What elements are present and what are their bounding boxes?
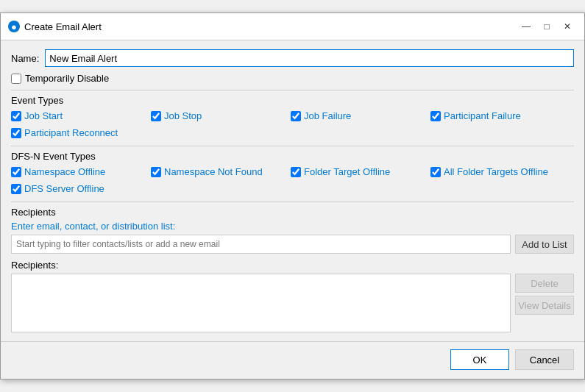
email-input[interactable] — [11, 235, 511, 254]
minimize-button[interactable]: — — [517, 19, 536, 34]
participant-reconnect-checkbox[interactable] — [11, 128, 21, 138]
job-failure-label: Job Failure — [304, 110, 351, 121]
dfs-event-types-grid: Namespace Offline Namespace Not Found Fo… — [11, 166, 574, 197]
namespace-offline-checkbox[interactable] — [11, 167, 21, 177]
event-participant-failure: Participant Failure — [430, 110, 570, 121]
create-email-alert-dialog: ● Create Email Alert — □ ✕ Name: Tempora… — [0, 13, 585, 379]
recipients-area-row: Delete View Details — [11, 274, 574, 332]
add-to-list-button[interactable]: Add to List — [515, 235, 574, 254]
recipients-list-label: Recipients: — [11, 260, 574, 271]
job-start-checkbox[interactable] — [11, 111, 21, 121]
name-input[interactable] — [45, 49, 574, 67]
dfs-all-folder-targets-offline: All Folder Targets Offline — [430, 166, 570, 177]
recipients-buttons: Delete View Details — [515, 274, 574, 332]
dfs-server-offline-label: DFS Server Offline — [24, 183, 104, 194]
event-types-section: Event Types Job Start Job Stop Job Failu… — [11, 90, 574, 141]
dialog-title: Create Email Alert — [24, 21, 512, 32]
namespace-not-found-label: Namespace Not Found — [164, 166, 263, 177]
job-stop-label: Job Stop — [164, 110, 202, 121]
recipients-title: Recipients — [11, 207, 574, 218]
close-button[interactable]: ✕ — [558, 19, 577, 34]
event-types-title: Event Types — [11, 95, 574, 106]
dialog-footer: OK Cancel — [1, 341, 584, 379]
dialog-body: Name: Temporarily Disable Event Types Jo… — [1, 40, 584, 341]
folder-target-offline-checkbox[interactable] — [291, 167, 301, 177]
all-folder-targets-offline-checkbox[interactable] — [430, 167, 441, 177]
email-input-row: Add to List — [11, 235, 574, 254]
job-failure-checkbox[interactable] — [291, 111, 301, 121]
name-label: Name: — [11, 53, 39, 64]
temporarily-disable-label: Temporarily Disable — [25, 73, 109, 84]
ok-button[interactable]: OK — [450, 349, 509, 370]
folder-target-offline-label: Folder Target Offline — [304, 166, 390, 177]
event-job-failure: Job Failure — [291, 110, 430, 121]
job-stop-checkbox[interactable] — [151, 111, 161, 121]
event-job-start: Job Start — [11, 110, 151, 121]
participant-reconnect-label: Participant Reconnect — [24, 127, 118, 138]
recipients-section: Recipients Enter email, contact, or dist… — [11, 202, 574, 332]
maximize-button[interactable]: □ — [537, 19, 556, 34]
title-bar: ● Create Email Alert — □ ✕ — [1, 13, 584, 40]
participant-failure-checkbox[interactable] — [430, 111, 441, 121]
event-types-grid: Job Start Job Stop Job Failure Participa… — [11, 110, 574, 141]
email-instructions-label: Enter email, contact, or distribution li… — [11, 221, 574, 232]
dfs-server-offline-checkbox[interactable] — [11, 184, 21, 194]
job-start-label: Job Start — [24, 110, 63, 121]
event-job-stop: Job Stop — [151, 110, 291, 121]
view-details-button[interactable]: View Details — [515, 296, 574, 315]
namespace-offline-label: Namespace Offline — [24, 166, 105, 177]
recipients-textarea[interactable] — [11, 274, 511, 332]
dialog-icon: ● — [8, 21, 20, 32]
title-bar-controls: — □ ✕ — [517, 19, 577, 34]
temporarily-disable-checkbox[interactable] — [11, 74, 21, 84]
name-row: Name: — [11, 49, 574, 67]
dfs-namespace-not-found: Namespace Not Found — [151, 166, 291, 177]
temporarily-disable-row: Temporarily Disable — [11, 73, 574, 84]
dfs-event-types-section: DFS-N Event Types Namespace Offline Name… — [11, 146, 574, 197]
dfs-folder-target-offline: Folder Target Offline — [291, 166, 430, 177]
dfs-event-types-title: DFS-N Event Types — [11, 151, 574, 162]
namespace-not-found-checkbox[interactable] — [151, 167, 161, 177]
participant-failure-label: Participant Failure — [444, 110, 521, 121]
cancel-button[interactable]: Cancel — [515, 349, 574, 370]
delete-button[interactable]: Delete — [515, 274, 574, 293]
event-participant-reconnect: Participant Reconnect — [11, 127, 151, 138]
all-folder-targets-offline-label: All Folder Targets Offline — [444, 166, 548, 177]
dfs-namespace-offline: Namespace Offline — [11, 166, 151, 177]
dfs-server-offline: DFS Server Offline — [11, 183, 151, 194]
